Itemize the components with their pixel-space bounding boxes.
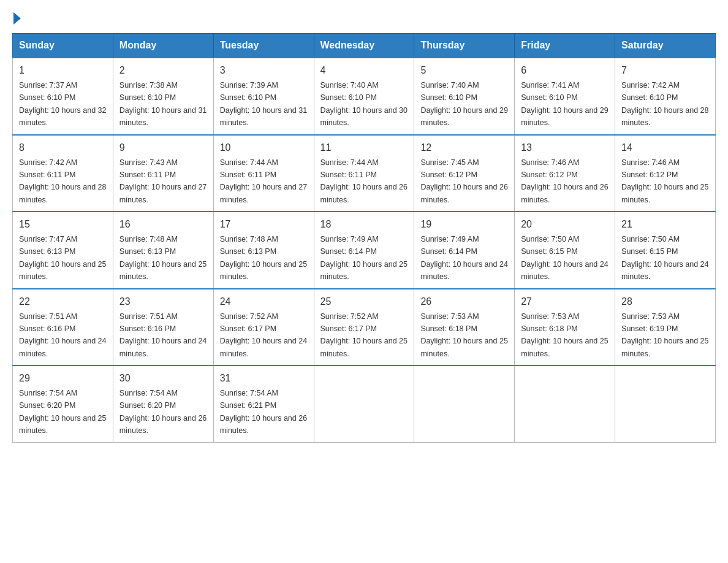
day-info: Sunrise: 7:39 AMSunset: 6:10 PMDaylight:… (220, 81, 307, 127)
day-info: Sunrise: 7:48 AMSunset: 6:13 PMDaylight:… (220, 235, 307, 281)
day-number: 27 (521, 294, 609, 309)
calendar-day-cell: 22 Sunrise: 7:51 AMSunset: 6:16 PMDaylig… (13, 289, 113, 366)
day-number: 14 (621, 140, 709, 155)
day-number: 12 (420, 140, 508, 155)
day-number: 25 (320, 294, 408, 309)
day-info: Sunrise: 7:41 AMSunset: 6:10 PMDaylight:… (521, 81, 608, 127)
day-info: Sunrise: 7:48 AMSunset: 6:13 PMDaylight:… (119, 235, 207, 281)
day-number: 16 (119, 217, 207, 232)
calendar-day-cell: 1 Sunrise: 7:37 AMSunset: 6:10 PMDayligh… (13, 58, 113, 135)
day-of-week-header: Saturday (615, 34, 716, 58)
page-header (12, 12, 716, 22)
calendar-day-cell: 14 Sunrise: 7:46 AMSunset: 6:12 PMDaylig… (615, 135, 716, 212)
calendar-day-cell: 8 Sunrise: 7:42 AMSunset: 6:11 PMDayligh… (13, 135, 113, 212)
day-number: 22 (19, 294, 107, 309)
calendar-day-cell: 21 Sunrise: 7:50 AMSunset: 6:15 PMDaylig… (615, 212, 716, 289)
calendar-week-row: 15 Sunrise: 7:47 AMSunset: 6:13 PMDaylig… (13, 212, 716, 289)
calendar-day-cell: 27 Sunrise: 7:53 AMSunset: 6:18 PMDaylig… (515, 289, 615, 366)
day-info: Sunrise: 7:53 AMSunset: 6:18 PMDaylight:… (521, 312, 608, 358)
day-info: Sunrise: 7:50 AMSunset: 6:15 PMDaylight:… (521, 235, 608, 281)
calendar-day-cell (515, 366, 615, 442)
day-number: 8 (19, 140, 107, 155)
calendar-day-cell: 15 Sunrise: 7:47 AMSunset: 6:13 PMDaylig… (13, 212, 113, 289)
day-number: 18 (320, 217, 408, 232)
calendar-day-cell: 20 Sunrise: 7:50 AMSunset: 6:15 PMDaylig… (515, 212, 615, 289)
day-number: 13 (521, 140, 609, 155)
calendar-day-cell: 3 Sunrise: 7:39 AMSunset: 6:10 PMDayligh… (213, 58, 314, 135)
day-of-week-header: Monday (113, 34, 213, 58)
calendar-day-cell: 4 Sunrise: 7:40 AMSunset: 6:10 PMDayligh… (314, 58, 414, 135)
calendar-day-cell: 7 Sunrise: 7:42 AMSunset: 6:10 PMDayligh… (615, 58, 716, 135)
day-number: 30 (119, 371, 207, 386)
logo-text (12, 12, 22, 25)
calendar-day-cell: 24 Sunrise: 7:52 AMSunset: 6:17 PMDaylig… (213, 289, 314, 366)
day-number: 15 (19, 217, 107, 232)
day-number: 2 (119, 63, 207, 78)
day-info: Sunrise: 7:47 AMSunset: 6:13 PMDaylight:… (19, 235, 106, 281)
calendar-day-cell: 10 Sunrise: 7:44 AMSunset: 6:11 PMDaylig… (213, 135, 314, 212)
calendar-header: SundayMondayTuesdayWednesdayThursdayFrid… (13, 34, 716, 58)
day-info: Sunrise: 7:54 AMSunset: 6:20 PMDaylight:… (119, 389, 207, 435)
day-number: 5 (420, 63, 508, 78)
calendar-week-row: 1 Sunrise: 7:37 AMSunset: 6:10 PMDayligh… (13, 58, 716, 135)
calendar-day-cell: 13 Sunrise: 7:46 AMSunset: 6:12 PMDaylig… (515, 135, 615, 212)
calendar-day-cell (414, 366, 515, 442)
day-number: 20 (521, 217, 609, 232)
calendar-day-cell: 23 Sunrise: 7:51 AMSunset: 6:16 PMDaylig… (113, 289, 213, 366)
day-info: Sunrise: 7:54 AMSunset: 6:21 PMDaylight:… (220, 389, 307, 435)
calendar-day-cell (314, 366, 414, 442)
calendar-day-cell: 29 Sunrise: 7:54 AMSunset: 6:20 PMDaylig… (13, 366, 113, 442)
day-info: Sunrise: 7:51 AMSunset: 6:16 PMDaylight:… (119, 312, 207, 358)
day-number: 11 (320, 140, 408, 155)
day-number: 1 (19, 63, 107, 78)
day-number: 17 (220, 217, 308, 232)
day-number: 29 (19, 371, 107, 386)
day-number: 10 (220, 140, 308, 155)
calendar-day-cell: 9 Sunrise: 7:43 AMSunset: 6:11 PMDayligh… (113, 135, 213, 212)
day-number: 23 (119, 294, 207, 309)
day-of-week-header: Tuesday (213, 34, 314, 58)
calendar-week-row: 29 Sunrise: 7:54 AMSunset: 6:20 PMDaylig… (13, 366, 716, 442)
day-info: Sunrise: 7:52 AMSunset: 6:17 PMDaylight:… (220, 312, 307, 358)
day-info: Sunrise: 7:42 AMSunset: 6:11 PMDaylight:… (19, 158, 106, 204)
calendar-day-cell (615, 366, 716, 442)
day-number: 6 (521, 63, 609, 78)
day-info: Sunrise: 7:45 AMSunset: 6:12 PMDaylight:… (420, 158, 507, 204)
day-info: Sunrise: 7:49 AMSunset: 6:14 PMDaylight:… (320, 235, 408, 281)
logo (12, 12, 22, 22)
day-number: 9 (119, 140, 207, 155)
calendar-day-cell: 18 Sunrise: 7:49 AMSunset: 6:14 PMDaylig… (314, 212, 414, 289)
day-number: 31 (220, 371, 308, 386)
day-of-week-header: Thursday (414, 34, 515, 58)
calendar-day-cell: 31 Sunrise: 7:54 AMSunset: 6:21 PMDaylig… (213, 366, 314, 442)
day-info: Sunrise: 7:44 AMSunset: 6:11 PMDaylight:… (320, 158, 408, 204)
calendar-week-row: 8 Sunrise: 7:42 AMSunset: 6:11 PMDayligh… (13, 135, 716, 212)
calendar-day-cell: 19 Sunrise: 7:49 AMSunset: 6:14 PMDaylig… (414, 212, 515, 289)
day-number: 21 (621, 217, 709, 232)
day-info: Sunrise: 7:54 AMSunset: 6:20 PMDaylight:… (19, 389, 106, 435)
day-of-week-header: Sunday (13, 34, 113, 58)
calendar-day-cell: 26 Sunrise: 7:53 AMSunset: 6:18 PMDaylig… (414, 289, 515, 366)
calendar-day-cell: 2 Sunrise: 7:38 AMSunset: 6:10 PMDayligh… (113, 58, 213, 135)
day-info: Sunrise: 7:50 AMSunset: 6:15 PMDaylight:… (621, 235, 708, 281)
day-info: Sunrise: 7:40 AMSunset: 6:10 PMDaylight:… (320, 81, 408, 127)
day-number: 28 (621, 294, 709, 309)
day-number: 19 (420, 217, 508, 232)
day-info: Sunrise: 7:38 AMSunset: 6:10 PMDaylight:… (119, 81, 207, 127)
calendar-day-cell: 12 Sunrise: 7:45 AMSunset: 6:12 PMDaylig… (414, 135, 515, 212)
day-info: Sunrise: 7:43 AMSunset: 6:11 PMDaylight:… (119, 158, 207, 204)
calendar-body: 1 Sunrise: 7:37 AMSunset: 6:10 PMDayligh… (13, 58, 716, 442)
calendar-table: SundayMondayTuesdayWednesdayThursdayFrid… (12, 33, 716, 443)
day-info: Sunrise: 7:53 AMSunset: 6:18 PMDaylight:… (420, 312, 507, 358)
day-info: Sunrise: 7:52 AMSunset: 6:17 PMDaylight:… (320, 312, 408, 358)
day-info: Sunrise: 7:40 AMSunset: 6:10 PMDaylight:… (420, 81, 507, 127)
calendar-day-cell: 17 Sunrise: 7:48 AMSunset: 6:13 PMDaylig… (213, 212, 314, 289)
day-number: 4 (320, 63, 408, 78)
day-info: Sunrise: 7:44 AMSunset: 6:11 PMDaylight:… (220, 158, 307, 204)
day-info: Sunrise: 7:53 AMSunset: 6:19 PMDaylight:… (621, 312, 708, 358)
header-row: SundayMondayTuesdayWednesdayThursdayFrid… (13, 34, 716, 58)
calendar-day-cell: 16 Sunrise: 7:48 AMSunset: 6:13 PMDaylig… (113, 212, 213, 289)
day-number: 7 (621, 63, 709, 78)
calendar-day-cell: 28 Sunrise: 7:53 AMSunset: 6:19 PMDaylig… (615, 289, 716, 366)
day-of-week-header: Wednesday (314, 34, 414, 58)
